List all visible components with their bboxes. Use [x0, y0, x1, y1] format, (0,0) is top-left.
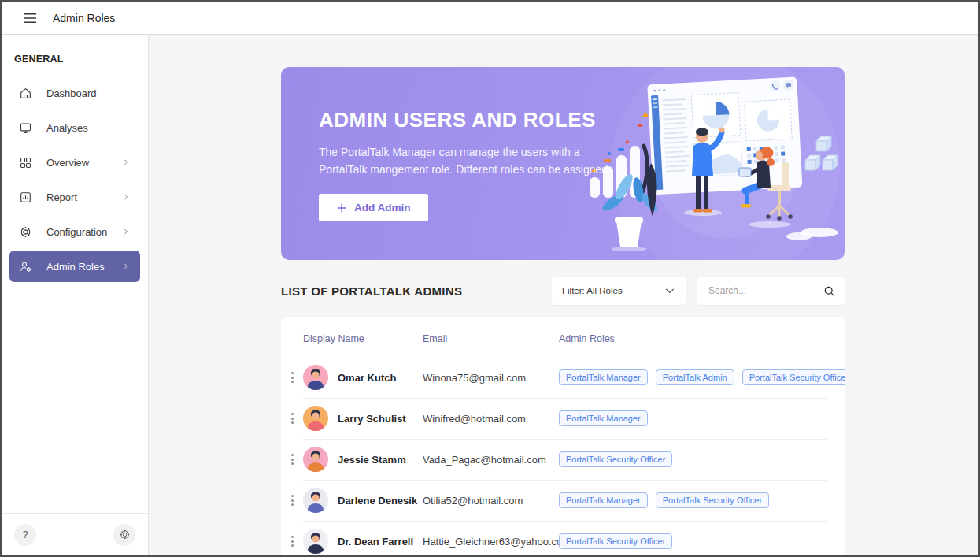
user-roles: PortalTalk ManagerPortalTalk AdminPortal… — [559, 369, 845, 385]
add-admin-button[interactable]: Add Admin — [319, 194, 428, 221]
role-badge[interactable]: PortalTalk Manager — [559, 369, 648, 385]
sidebar-item-label: Configuration — [46, 226, 107, 238]
sidebar-section-label: GENERAL — [2, 43, 148, 74]
user-email: Winona75@gmail.com — [423, 372, 559, 384]
user-display-name: Dr. Dean Farrell — [338, 536, 413, 548]
filter-label: Filter: All Roles — [562, 286, 623, 295]
row-menu-kebab-icon[interactable] — [281, 372, 303, 383]
table-row: Omar Kutch Winona75@gmail.com PortalTalk… — [281, 357, 845, 398]
banner-illustration — [583, 67, 843, 260]
monitor-icon — [19, 121, 32, 135]
user-email: Hattie_Gleichner63@yahoo.com — [423, 536, 559, 548]
role-badge[interactable]: PortalTalk Security Officer — [559, 451, 672, 467]
sidebar-item-label: Report — [46, 191, 77, 203]
role-badge[interactable]: PortalTalk Manager — [559, 410, 648, 426]
list-heading: LIST OF PORTALTALK ADMINS — [281, 284, 552, 298]
plus-icon — [336, 202, 347, 214]
report-icon — [19, 191, 32, 204]
row-menu-kebab-icon[interactable] — [281, 536, 303, 547]
role-badge[interactable]: PortalTalk Manager — [559, 492, 648, 508]
role-badge[interactable]: PortalTalk Security Officer — [656, 492, 769, 508]
sidebar-item-admin-roles[interactable]: Admin Roles — [9, 251, 140, 282]
sidebar-item-analyses[interactable]: Analyses — [9, 112, 140, 143]
sidebar-item-label: Analyses — [46, 122, 88, 134]
person-gear-icon — [19, 260, 32, 273]
user-display-name: Darlene Denesik — [338, 495, 417, 507]
search-box — [697, 277, 845, 305]
sidebar-item-label: Admin Roles — [46, 261, 105, 273]
admins-table: Display Name Email Admin Roles Omar Kutc… — [281, 317, 845, 555]
list-toolbar: LIST OF PORTALTALK ADMINS Filter: All Ro… — [281, 277, 845, 305]
sidebar-nav: GENERAL Dashboard Analyses — [2, 35, 148, 513]
role-badge[interactable]: PortalTalk Admin — [656, 369, 734, 385]
user-email: Winifred@hotmail.com — [423, 413, 559, 425]
user-display-name: Omar Kutch — [338, 372, 396, 384]
table-row: Dr. Dean Farrell Hattie_Gleichner63@yaho… — [281, 521, 845, 555]
sidebar: GENERAL Dashboard Analyses — [2, 35, 149, 555]
avatar — [303, 406, 328, 431]
user-roles: PortalTalk Security Officer — [559, 451, 845, 467]
sidebar-item-dashboard[interactable]: Dashboard — [9, 77, 140, 109]
hamburger-menu-icon[interactable] — [24, 13, 37, 24]
avatar — [303, 365, 328, 390]
sidebar-item-report[interactable]: Report — [9, 181, 140, 213]
user-roles: PortalTalk Security Officer — [559, 533, 845, 549]
user-display-name: Jessie Stamm — [338, 454, 406, 466]
column-header-admin-roles: Admin Roles — [559, 333, 845, 344]
chevron-down-icon — [664, 285, 675, 296]
help-button[interactable]: ? — [14, 524, 36, 546]
sidebar-item-label: Overview — [46, 157, 89, 169]
home-icon — [19, 87, 32, 100]
roles-filter-dropdown[interactable]: Filter: All Roles — [552, 277, 686, 305]
avatar — [303, 447, 328, 472]
chevron-right-icon — [121, 227, 131, 236]
column-header-email: Email — [423, 333, 559, 344]
user-email: Vada_Pagac@hotmail.com — [423, 454, 559, 466]
app-window: Admin Roles GENERAL Dashboard Analyses — [0, 0, 980, 557]
chevron-right-icon — [121, 262, 131, 271]
table-row: Jessie Stamm Vada_Pagac@hotmail.com Port… — [281, 439, 845, 480]
banner-subtitle: The PortalTalk Manager can manage the us… — [319, 144, 612, 178]
user-roles: PortalTalk ManagerPortalTalk Security Of… — [559, 492, 845, 508]
table-body: Omar Kutch Winona75@gmail.com PortalTalk… — [281, 357, 845, 555]
user-email: Otilia52@hotmail.com — [423, 495, 559, 507]
table-row: Darlene Denesik Otilia52@hotmail.com Por… — [281, 480, 845, 521]
grid-icon — [19, 156, 32, 169]
column-header-display-name: Display Name — [303, 333, 423, 344]
avatar — [303, 488, 328, 513]
sidebar-footer: ? — [2, 513, 148, 555]
question-mark-icon: ? — [22, 529, 28, 540]
gear-icon — [19, 225, 32, 239]
sidebar-item-overview[interactable]: Overview — [9, 147, 140, 178]
topbar: Admin Roles — [2, 2, 978, 35]
settings-button[interactable] — [113, 524, 135, 546]
user-display-name: Larry Schulist — [338, 413, 406, 425]
hero-banner: ADMIN USERS AND ROLES The PortalTalk Man… — [281, 67, 845, 260]
sidebar-item-configuration[interactable]: Configuration — [9, 216, 140, 247]
gear-icon — [119, 529, 131, 540]
banner-title: ADMIN USERS AND ROLES — [319, 108, 612, 132]
main-content: ADMIN USERS AND ROLES The PortalTalk Man… — [149, 35, 978, 555]
user-roles: PortalTalk Manager — [559, 410, 845, 426]
avatar — [303, 529, 328, 554]
table-row: Larry Schulist Winifred@hotmail.com Port… — [281, 398, 845, 439]
search-input[interactable] — [707, 284, 823, 297]
search-icon[interactable] — [823, 285, 835, 297]
chevron-right-icon — [121, 158, 131, 167]
row-menu-kebab-icon[interactable] — [281, 495, 303, 506]
row-menu-kebab-icon[interactable] — [281, 413, 303, 424]
role-badge[interactable]: PortalTalk Security Officer — [559, 533, 672, 549]
table-header: Display Name Email Admin Roles — [281, 321, 845, 357]
row-menu-kebab-icon[interactable] — [281, 454, 303, 465]
page-title: Admin Roles — [53, 12, 115, 24]
chevron-right-icon — [121, 192, 131, 202]
sidebar-item-label: Dashboard — [46, 87, 97, 99]
role-badge[interactable]: PortalTalk Security Officer — [742, 369, 845, 385]
